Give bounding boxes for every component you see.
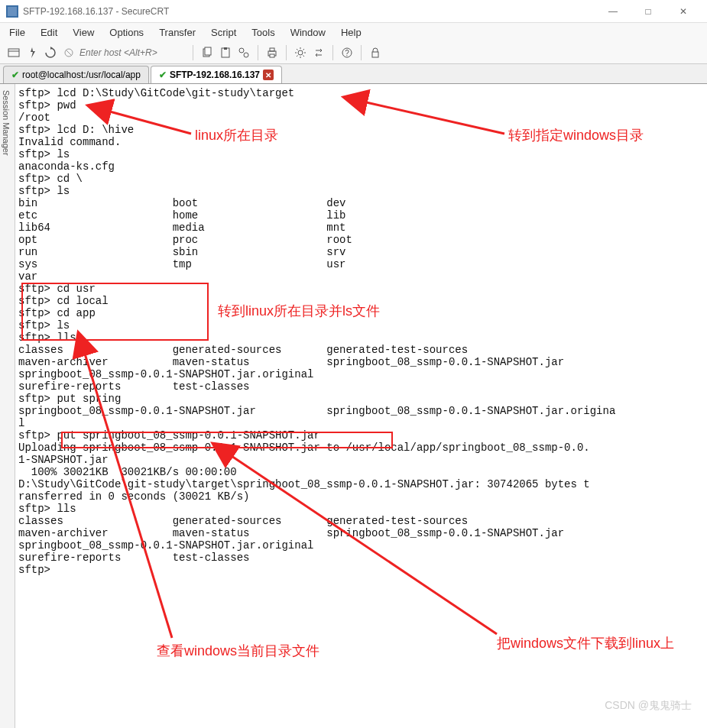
- separator: [286, 45, 287, 60]
- main-area: Session Manager sftp> lcd D:\Study\GitCo…: [0, 84, 707, 728]
- menu-help[interactable]: Help: [341, 27, 362, 38]
- svg-rect-14: [270, 54, 274, 57]
- menu-options[interactable]: Options: [109, 27, 144, 38]
- host-input[interactable]: [79, 47, 186, 58]
- menu-edit[interactable]: Edit: [41, 27, 57, 38]
- menu-transfer[interactable]: Transfer: [159, 27, 196, 38]
- print-icon[interactable]: [264, 45, 280, 60]
- menu-window[interactable]: Window: [290, 27, 326, 38]
- quick-connect-icon[interactable]: [24, 45, 40, 60]
- svg-rect-1: [8, 7, 17, 16]
- menu-view[interactable]: View: [73, 27, 94, 38]
- svg-rect-18: [372, 52, 378, 57]
- tabs: ✔ root@localhost:/usr/local/app ✔ SFTP-1…: [0, 64, 707, 84]
- help-icon[interactable]: ?: [339, 45, 355, 60]
- tab-close-icon[interactable]: ✕: [263, 70, 274, 80]
- separator: [332, 45, 333, 60]
- svg-line-5: [66, 50, 72, 56]
- app-icon: [6, 5, 18, 18]
- menu-file[interactable]: File: [9, 27, 25, 38]
- separator: [361, 45, 362, 60]
- maximize-button[interactable]: □: [631, 0, 666, 23]
- separator: [258, 45, 258, 60]
- window-controls: — □ ✕: [595, 0, 701, 23]
- paste-icon[interactable]: [218, 45, 233, 60]
- window-title: SFTP-192.168.16.137 - SecureCRT: [23, 6, 595, 17]
- disconnect-icon[interactable]: [61, 45, 76, 60]
- tab-session-1[interactable]: ✔ root@localhost:/usr/local/app: [3, 66, 149, 83]
- tab-label: SFTP-192.168.16.137: [170, 70, 260, 80]
- toolbar: ?: [0, 41, 707, 64]
- menu-script[interactable]: Script: [211, 27, 236, 38]
- svg-rect-13: [270, 48, 274, 51]
- svg-point-10: [239, 48, 244, 53]
- tab-session-2[interactable]: ✔ SFTP-192.168.16.137 ✕: [151, 66, 282, 83]
- minimize-button[interactable]: —: [595, 0, 631, 23]
- copy-icon[interactable]: [199, 45, 215, 60]
- svg-point-15: [298, 50, 303, 55]
- svg-text:?: ?: [345, 49, 349, 57]
- menubar: File Edit View Options Transfer Script T…: [0, 23, 707, 41]
- tab-label: root@localhost:/usr/local/app: [22, 70, 141, 80]
- titlebar: SFTP-192.168.16.137 - SecureCRT — □ ✕: [0, 0, 707, 23]
- svg-rect-7: [205, 47, 211, 55]
- lock-icon[interactable]: [368, 45, 383, 60]
- svg-rect-2: [8, 49, 19, 57]
- close-button[interactable]: ✕: [666, 0, 701, 23]
- watermark: CSDN @鬼鬼骑士: [605, 699, 692, 713]
- menu-tools[interactable]: Tools: [251, 27, 274, 38]
- terminal[interactable]: sftp> lcd D:\Study\GitCode\git-study\tar…: [15, 84, 707, 728]
- svg-point-11: [244, 53, 248, 57]
- settings-icon[interactable]: [293, 45, 308, 60]
- check-icon: ✔: [159, 70, 167, 80]
- reconnect-icon[interactable]: [43, 45, 58, 60]
- separator: [193, 45, 193, 60]
- find-icon[interactable]: [236, 45, 251, 60]
- sessions-icon[interactable]: [6, 45, 21, 60]
- check-icon: ✔: [11, 70, 19, 80]
- svg-rect-9: [224, 47, 227, 50]
- session-manager-sidebar[interactable]: Session Manager: [0, 84, 15, 728]
- transfer-icon[interactable]: [311, 45, 326, 60]
